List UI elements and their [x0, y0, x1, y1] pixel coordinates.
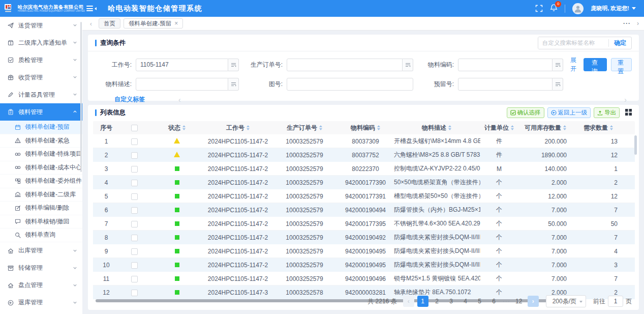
order-no-input[interactable] [287, 59, 403, 71]
confirm-select-button[interactable]: 确认选择 [507, 107, 544, 118]
export-button[interactable]: 导出 [594, 107, 620, 118]
prev-page-icon[interactable]: ‹ [403, 296, 414, 307]
col-header-work-no[interactable]: 工作号 [205, 124, 271, 132]
tags-scroll-left-icon[interactable]: ‹ [178, 96, 181, 104]
row-checkbox[interactable] [131, 248, 138, 255]
table-row[interactable]: 52024HPC1105-1147-2100032525799420001773… [93, 189, 635, 203]
tabs-scroll-right-icon[interactable]: › [637, 20, 639, 27]
material-code-input[interactable] [458, 59, 553, 71]
sidebar-item[interactable]: 盘点管理 [0, 277, 82, 294]
page-button-3[interactable]: 3 [446, 296, 457, 307]
table-row[interactable]: 62024HPC1105-1147-2100032525799420001904… [93, 203, 635, 217]
tab-home[interactable]: 首页 [99, 18, 120, 28]
sort-icon[interactable] [247, 125, 250, 130]
search-button[interactable]: 查 询 [584, 58, 606, 71]
sidebar-item[interactable]: 收货管理 [0, 69, 82, 86]
table-row[interactable]: 22024HPC1105-1147-21000325257980037752六角… [93, 148, 635, 162]
sidebar-subitem[interactable]: 领料单创建-二级库 [0, 188, 82, 202]
row-checkbox[interactable] [131, 262, 138, 269]
select-all-checkbox[interactable] [131, 125, 138, 131]
row-checkbox[interactable] [131, 221, 138, 227]
sidebar-subitem[interactable]: 领料单创建-成本中心 [0, 161, 82, 175]
col-header-demand[interactable]: 需求数量 [573, 124, 624, 132]
sidebar-item[interactable]: 送货管理 [0, 17, 82, 34]
drawing-no-input[interactable] [287, 78, 413, 91]
table-row[interactable]: 112024HPC1105-1147-210003252579942000190… [93, 272, 635, 286]
sidebar-item[interactable]: 出库管理 [0, 242, 82, 260]
sidebar-subitem[interactable]: 领料单创建-紧急 [0, 134, 82, 148]
tab-close-icon[interactable]: × [174, 20, 178, 26]
col-header-material-desc[interactable]: 物料描述 [393, 124, 480, 132]
notification-bell-icon[interactable]: 0 [550, 4, 558, 13]
col-header-order-no[interactable]: 生产订单号 [271, 124, 338, 132]
tags-scroll-right-icon[interactable]: › [624, 96, 627, 104]
reserve-no-list-icon[interactable] [553, 78, 563, 91]
row-checkbox[interactable] [131, 290, 138, 296]
page-size-select[interactable]: 200条/页 [546, 295, 586, 307]
reserve-no-input[interactable] [458, 78, 553, 91]
page-button-5[interactable]: 5 [474, 296, 485, 307]
sidebar-collapse-icon[interactable] [86, 6, 97, 11]
page-button-2[interactable]: 2 [432, 296, 443, 307]
next-page-icon[interactable]: › [528, 296, 539, 307]
col-header-unit[interactable]: 计量单位 [480, 124, 518, 132]
row-checkbox[interactable] [131, 235, 138, 241]
table-row[interactable]: 72024HPC1105-1147-2100032525799420001773… [93, 217, 635, 231]
work-no-list-icon[interactable] [228, 59, 239, 71]
tabs-scroll-left-icon[interactable]: ‹ [86, 20, 96, 27]
sidebar-item[interactable]: 转储管理 [0, 260, 82, 277]
tag-confirm-button[interactable]: 确定 [609, 39, 631, 47]
sort-icon[interactable] [610, 125, 613, 130]
row-checkbox[interactable] [131, 193, 138, 200]
goto-page-input[interactable] [608, 296, 623, 307]
expand-link[interactable]: 展开 [570, 56, 577, 73]
sidebar-scrollbar[interactable] [80, 22, 82, 172]
custom-tag-name-input[interactable] [538, 37, 608, 49]
sidebar-subitem[interactable]: 领料单创建-委外组件 [0, 175, 82, 188]
tab-material-request-reserve[interactable]: 领料单创建-预留 × [124, 18, 183, 28]
order-no-list-icon[interactable] [403, 59, 413, 71]
sort-icon[interactable] [319, 125, 322, 130]
material-code-list-icon[interactable] [553, 59, 563, 71]
page-button-1[interactable]: 1 [417, 296, 428, 307]
sidebar-item[interactable]: 质检管理 [0, 51, 82, 69]
table-row[interactable]: 12024HPC1105-1147-21000325257980037309开槽… [93, 134, 635, 148]
table-row[interactable]: 92024HPC1105-1147-2100032525799420001904… [93, 244, 635, 258]
sidebar-subitem[interactable]: 领料单创建-预留 [0, 121, 82, 134]
page-button-12[interactable]: 12 [513, 296, 525, 307]
row-checkbox[interactable] [131, 166, 138, 173]
col-header-status[interactable]: 状态 [149, 124, 205, 132]
row-checkbox[interactable] [131, 207, 138, 214]
sort-icon[interactable] [377, 125, 380, 130]
work-no-input[interactable] [136, 59, 228, 71]
custom-tag-link[interactable]: 自定义标签 [114, 95, 145, 104]
page-button-6[interactable]: 6 [488, 296, 500, 307]
material-desc-input[interactable] [136, 78, 228, 91]
sidebar-item[interactable]: 退库管理 [0, 294, 82, 311]
col-header-material-code[interactable]: 物料编码 [338, 124, 393, 132]
table-row[interactable]: 32024HPC1105-1147-21000325257980222370控制… [93, 162, 635, 176]
col-header-stock[interactable]: 可用库存数量 [518, 124, 573, 132]
sidebar-item[interactable]: 领料管理 [0, 103, 82, 121]
sort-icon[interactable] [511, 125, 514, 130]
sidebar-subitem[interactable]: 领料单创建-特殊项目 [0, 148, 82, 161]
tabs-more-icon[interactable]: ··· [623, 20, 631, 27]
sort-icon[interactable] [448, 125, 451, 130]
material-desc-list-icon[interactable] [228, 78, 239, 91]
back-up-level-button[interactable]: 返回上一级 [547, 107, 591, 118]
avatar[interactable] [572, 3, 584, 14]
row-checkbox[interactable] [131, 138, 138, 145]
table-row[interactable]: 102024HPC1105-1147-210003252579942000190… [93, 258, 635, 272]
vertical-scrollbar[interactable] [634, 135, 637, 155]
pages-ellipsis[interactable]: ··· [503, 298, 510, 305]
sidebar-subitem[interactable]: 领料单编辑/删除 [0, 202, 82, 215]
reset-button[interactable]: 重 置 [611, 58, 632, 71]
sidebar-item[interactable]: 计量器具管理 [0, 86, 82, 103]
fullscreen-icon[interactable] [535, 5, 543, 12]
sort-icon[interactable] [182, 125, 186, 130]
row-checkbox[interactable] [131, 276, 138, 282]
sidebar-item[interactable]: 二级库入库通知单 [0, 34, 82, 51]
table-row[interactable]: 42024HPC1105-1147-2100032525799420001773… [93, 176, 635, 189]
sidebar-subitem[interactable]: 领料单核销/撤回 [0, 215, 82, 229]
column-settings-icon[interactable] [625, 108, 633, 117]
